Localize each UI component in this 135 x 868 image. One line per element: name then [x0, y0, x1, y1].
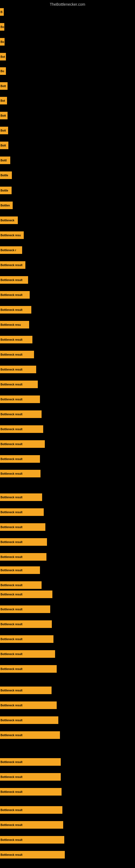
bar-label: Bottleneck result [1, 353, 22, 356]
bar-item: Bottleneck result [0, 620, 52, 628]
bar-item: Bottleneck result [0, 493, 42, 501]
bar-label: Bot [1, 55, 5, 58]
bar-label: Bottleneck result [1, 556, 22, 558]
bar-label: Bottle [1, 174, 8, 177]
bar-item: Bottleneck result [0, 581, 42, 589]
bar-item: Bottleneck result [0, 716, 58, 724]
bar-label: Bottleneck r [1, 249, 16, 252]
bar-item: Bottleneck result [0, 440, 45, 448]
bar-item: Bottleneck result [0, 606, 50, 613]
bar-label: B [1, 10, 2, 13]
bar-item: Bott [0, 82, 8, 90]
bar-item: Bottleneck result [0, 773, 61, 781]
bar-label: Bottleneck result [1, 689, 22, 692]
bar-item: Bottleneck resu [0, 321, 29, 329]
bar-item: Bottleneck result [0, 523, 45, 531]
bar-label: Bott [1, 114, 6, 117]
bar-label: Bottleneck result [1, 824, 22, 827]
bar-item: Bottleneck result [0, 410, 42, 418]
bar-label: Bottleneck result [1, 854, 22, 856]
bar-item: Bottleneck result [0, 455, 40, 463]
bar-item: Bo [0, 67, 6, 75]
bar-label: Bott [1, 144, 6, 147]
bar-label: Bottleneck result [1, 569, 22, 572]
bar-label: Bottleneck result [1, 584, 22, 587]
bar-item: Bottle [0, 172, 12, 179]
bar-label: Bottleneck result [1, 308, 22, 311]
bar-item: Bottleneck result [0, 553, 46, 561]
bar-label: Bottleneck result [1, 540, 22, 544]
bar-label: Bottlen [1, 204, 10, 207]
bar-item: Bottleneck result [0, 702, 57, 709]
bar-label: Bott [1, 85, 6, 88]
bar-item: Bottleneck result [0, 806, 62, 814]
bar-label: Bottleneck resu [1, 234, 21, 237]
bar-item: Bo [0, 38, 5, 45]
bar-label: Bottleneck result [1, 293, 22, 297]
bar-item: Bottleneck r [0, 246, 22, 254]
bar-label: Bottleneck result [1, 511, 22, 514]
bar-item: Bottleneck [0, 216, 18, 224]
bar-label: Bottleneck result [1, 338, 22, 341]
bar-item: Bottleneck result [0, 470, 41, 477]
bar-label: Bottleneck result [1, 638, 22, 641]
bar-label: Bottleneck result [1, 704, 22, 707]
bar-label: Bottleneck result [1, 838, 22, 841]
bar-label: Bottleneck result [1, 413, 22, 416]
bar-item: Bottleneck result [0, 351, 34, 358]
bar-item: Bottleneck result [0, 851, 65, 859]
bar-item: Bottlen [0, 202, 13, 209]
bar-item: Bottleneck result [0, 538, 47, 546]
bar-item: Bottleneck result [0, 508, 44, 516]
bar-item: Bottleneck result [0, 366, 36, 373]
bar-label: Bottleneck result [1, 443, 22, 446]
bar-label: Bo [1, 70, 4, 73]
bar-item: Bottleneck result [0, 650, 55, 658]
bar-label: Bottl [1, 159, 7, 162]
bar-item: Bottleneck result [0, 396, 40, 403]
bar-item: Bottleneck result [0, 276, 28, 284]
bar-label: Bot [1, 99, 5, 102]
bar-item: Bottleneck result [0, 788, 61, 796]
bar-item: Bottleneck result [0, 821, 63, 829]
bar-item: Bottleneck result [0, 306, 31, 314]
bar-item: Bottleneck result [0, 590, 52, 598]
bar-label: Bottleneck result [1, 623, 22, 626]
bar-label: Bottleneck [1, 219, 14, 222]
bar-item: Bott [0, 112, 8, 119]
bar-item: Bottleneck result [0, 635, 53, 643]
bar-item: Bott [0, 127, 8, 134]
bar-item: Bottleneck result [0, 291, 30, 299]
bar-label: Bo [1, 40, 4, 43]
bar-item: Bott [0, 142, 8, 149]
bar-item: Bottleneck result [0, 425, 43, 433]
bar-label: Bottleneck result [1, 790, 22, 794]
bar-label: Bottleneck result [1, 809, 22, 812]
bar-label: Bo [1, 26, 4, 29]
bar-item: Bottleneck result [0, 566, 40, 574]
bar-item: Bot [0, 97, 7, 104]
bar-item: Bottleneck result [0, 665, 57, 673]
bar-label: Bottleneck result [1, 775, 22, 778]
bar-label: Bottleneck result [1, 496, 22, 499]
bar-label: Bottleneck result [1, 653, 22, 656]
bar-label: Bottleneck result [1, 458, 22, 461]
bar-item: B [0, 8, 4, 16]
bar-label: Bottleneck result [1, 593, 22, 596]
bar-label: Bottleneck result [1, 264, 22, 267]
bar-item: Bo [0, 23, 4, 31]
bar-label: Bottleneck result [1, 761, 22, 764]
bar-item: Bottleneck result [0, 380, 38, 388]
bar-label: Bottleneck result [1, 279, 22, 282]
bar-label: Bottleneck result [1, 526, 22, 529]
bar-label: Bottleneck result [1, 383, 22, 386]
bar-item: Bottleneck result [0, 686, 52, 694]
bar-item: Bottleneck result [0, 731, 60, 739]
bar-item: Bottleneck result [0, 261, 26, 269]
bar-item: Bottle [0, 187, 12, 194]
bar-label: Bott [1, 129, 6, 132]
bar-label: Bottleneck resu [1, 323, 21, 326]
bar-item: Bot [0, 53, 6, 61]
bar-label: Bottleneck result [1, 428, 22, 431]
bar-label: Bottleneck result [1, 472, 22, 475]
